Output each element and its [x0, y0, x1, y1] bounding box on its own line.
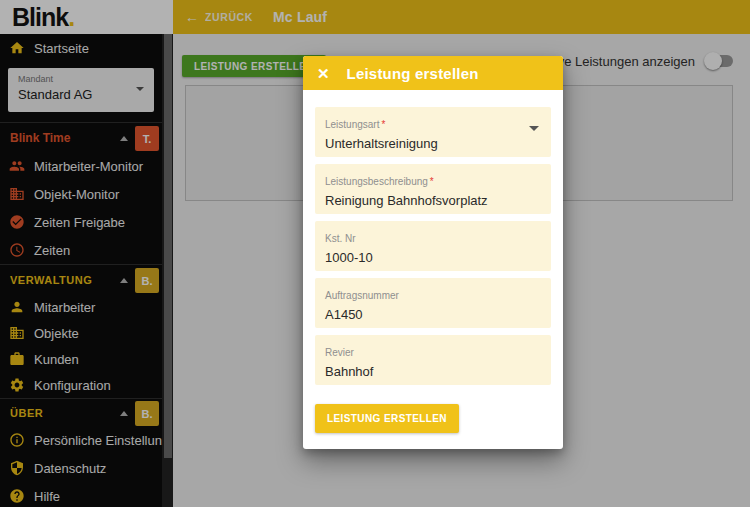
field-value: Unterhaltsreinigung: [325, 136, 541, 151]
modal-header: ✕ Leistung erstellen: [303, 56, 563, 90]
submit-create-service-button[interactable]: LEISTUNG ERSTELLEN: [315, 404, 459, 433]
leistungsbeschreibung-input[interactable]: Leistungsbeschreibung* Reinigung Bahnhof…: [315, 164, 551, 214]
revier-input[interactable]: Revier Bahnhof: [315, 335, 551, 385]
required-marker: *: [430, 176, 434, 187]
field-label: Revier: [325, 347, 354, 358]
leistungsart-select[interactable]: Leistungsart* Unterhaltsreinigung: [315, 107, 551, 157]
field-label: Auftragsnummer: [325, 290, 399, 301]
close-icon[interactable]: ✕: [317, 66, 330, 81]
field-label: Leistungsart: [325, 119, 379, 130]
field-value: A1450: [325, 307, 541, 322]
modal-body: Leistungsart* Unterhaltsreinigung Leistu…: [303, 90, 563, 449]
modal-title: Leistung erstellen: [347, 65, 479, 82]
chevron-down-icon: [529, 126, 539, 131]
field-value: Reinigung Bahnhofsvorplatz: [325, 193, 541, 208]
kst-nr-input[interactable]: Kst. Nr 1000-10: [315, 221, 551, 271]
auftragsnummer-input[interactable]: Auftragsnummer A1450: [315, 278, 551, 328]
field-value: 1000-10: [325, 250, 541, 265]
create-service-modal: ✕ Leistung erstellen Leistungsart* Unter…: [303, 56, 563, 449]
field-value: Bahnhof: [325, 364, 541, 379]
field-label: Leistungsbeschreibung: [325, 176, 428, 187]
field-label: Kst. Nr: [325, 233, 356, 244]
required-marker: *: [381, 119, 385, 130]
